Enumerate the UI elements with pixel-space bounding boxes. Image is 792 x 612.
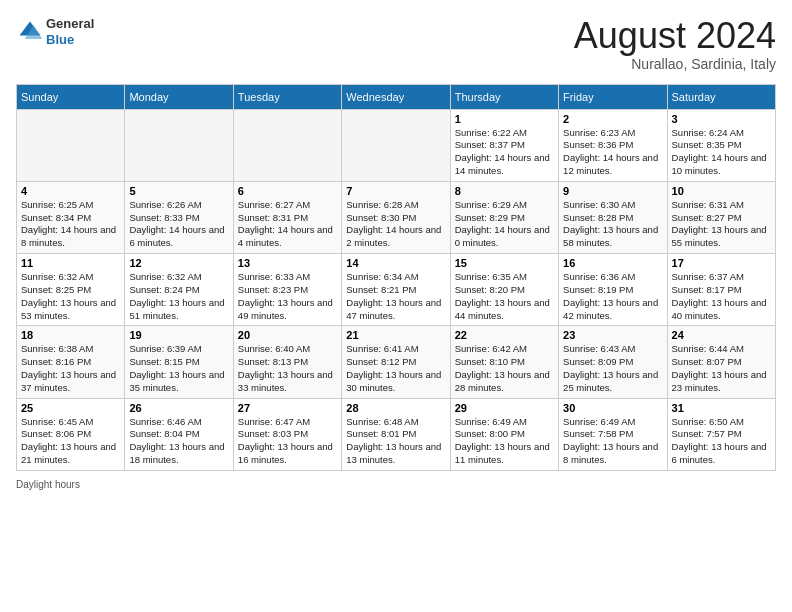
day-info: Sunrise: 6:43 AM Sunset: 8:09 PM Dayligh…	[563, 343, 662, 394]
day-number: 21	[346, 329, 445, 341]
day-info: Sunrise: 6:31 AM Sunset: 8:27 PM Dayligh…	[672, 199, 771, 250]
day-info: Sunrise: 6:49 AM Sunset: 8:00 PM Dayligh…	[455, 416, 554, 467]
day-number: 20	[238, 329, 337, 341]
day-number: 8	[455, 185, 554, 197]
calendar-day-cell: 3Sunrise: 6:24 AM Sunset: 8:35 PM Daylig…	[667, 109, 775, 181]
page-header: General Blue August 2024 Nurallao, Sardi…	[16, 16, 776, 72]
day-number: 7	[346, 185, 445, 197]
day-info: Sunrise: 6:47 AM Sunset: 8:03 PM Dayligh…	[238, 416, 337, 467]
title-block: August 2024 Nurallao, Sardinia, Italy	[574, 16, 776, 72]
weekday-header-cell: Saturday	[667, 84, 775, 109]
calendar-day-cell: 31Sunrise: 6:50 AM Sunset: 7:57 PM Dayli…	[667, 398, 775, 470]
calendar-day-cell: 21Sunrise: 6:41 AM Sunset: 8:12 PM Dayli…	[342, 326, 450, 398]
day-number: 15	[455, 257, 554, 269]
day-number: 17	[672, 257, 771, 269]
day-info: Sunrise: 6:42 AM Sunset: 8:10 PM Dayligh…	[455, 343, 554, 394]
day-info: Sunrise: 6:25 AM Sunset: 8:34 PM Dayligh…	[21, 199, 120, 250]
day-info: Sunrise: 6:36 AM Sunset: 8:19 PM Dayligh…	[563, 271, 662, 322]
calendar-week-row: 1Sunrise: 6:22 AM Sunset: 8:37 PM Daylig…	[17, 109, 776, 181]
calendar-day-cell: 30Sunrise: 6:49 AM Sunset: 7:58 PM Dayli…	[559, 398, 667, 470]
day-number: 16	[563, 257, 662, 269]
calendar-day-cell: 24Sunrise: 6:44 AM Sunset: 8:07 PM Dayli…	[667, 326, 775, 398]
logo-icon	[16, 18, 44, 46]
weekday-header-row: SundayMondayTuesdayWednesdayThursdayFrid…	[17, 84, 776, 109]
day-info: Sunrise: 6:34 AM Sunset: 8:21 PM Dayligh…	[346, 271, 445, 322]
day-info: Sunrise: 6:38 AM Sunset: 8:16 PM Dayligh…	[21, 343, 120, 394]
calendar-day-cell: 23Sunrise: 6:43 AM Sunset: 8:09 PM Dayli…	[559, 326, 667, 398]
day-number: 18	[21, 329, 120, 341]
day-number: 29	[455, 402, 554, 414]
day-info: Sunrise: 6:32 AM Sunset: 8:24 PM Dayligh…	[129, 271, 228, 322]
calendar-day-cell: 15Sunrise: 6:35 AM Sunset: 8:20 PM Dayli…	[450, 254, 558, 326]
calendar-day-cell: 18Sunrise: 6:38 AM Sunset: 8:16 PM Dayli…	[17, 326, 125, 398]
day-info: Sunrise: 6:29 AM Sunset: 8:29 PM Dayligh…	[455, 199, 554, 250]
calendar-day-cell	[233, 109, 341, 181]
calendar-day-cell	[125, 109, 233, 181]
calendar-day-cell: 20Sunrise: 6:40 AM Sunset: 8:13 PM Dayli…	[233, 326, 341, 398]
calendar-day-cell: 27Sunrise: 6:47 AM Sunset: 8:03 PM Dayli…	[233, 398, 341, 470]
day-number: 26	[129, 402, 228, 414]
weekday-header-cell: Tuesday	[233, 84, 341, 109]
day-info: Sunrise: 6:26 AM Sunset: 8:33 PM Dayligh…	[129, 199, 228, 250]
calendar-body: 1Sunrise: 6:22 AM Sunset: 8:37 PM Daylig…	[17, 109, 776, 470]
month-year-title: August 2024	[574, 16, 776, 56]
calendar-day-cell: 26Sunrise: 6:46 AM Sunset: 8:04 PM Dayli…	[125, 398, 233, 470]
footer-note: Daylight hours	[16, 479, 776, 490]
calendar-day-cell: 5Sunrise: 6:26 AM Sunset: 8:33 PM Daylig…	[125, 181, 233, 253]
day-number: 23	[563, 329, 662, 341]
day-info: Sunrise: 6:40 AM Sunset: 8:13 PM Dayligh…	[238, 343, 337, 394]
calendar-table: SundayMondayTuesdayWednesdayThursdayFrid…	[16, 84, 776, 471]
weekday-header-cell: Thursday	[450, 84, 558, 109]
daylight-label: Daylight hours	[16, 479, 80, 490]
day-number: 2	[563, 113, 662, 125]
day-number: 13	[238, 257, 337, 269]
logo: General Blue	[16, 16, 94, 47]
calendar-day-cell: 12Sunrise: 6:32 AM Sunset: 8:24 PM Dayli…	[125, 254, 233, 326]
calendar-day-cell: 22Sunrise: 6:42 AM Sunset: 8:10 PM Dayli…	[450, 326, 558, 398]
day-info: Sunrise: 6:23 AM Sunset: 8:36 PM Dayligh…	[563, 127, 662, 178]
day-number: 11	[21, 257, 120, 269]
day-info: Sunrise: 6:49 AM Sunset: 7:58 PM Dayligh…	[563, 416, 662, 467]
logo-text: General Blue	[46, 16, 94, 47]
day-number: 14	[346, 257, 445, 269]
calendar-day-cell: 19Sunrise: 6:39 AM Sunset: 8:15 PM Dayli…	[125, 326, 233, 398]
day-info: Sunrise: 6:22 AM Sunset: 8:37 PM Dayligh…	[455, 127, 554, 178]
calendar-day-cell: 16Sunrise: 6:36 AM Sunset: 8:19 PM Dayli…	[559, 254, 667, 326]
calendar-day-cell: 10Sunrise: 6:31 AM Sunset: 8:27 PM Dayli…	[667, 181, 775, 253]
day-number: 30	[563, 402, 662, 414]
day-number: 4	[21, 185, 120, 197]
day-info: Sunrise: 6:50 AM Sunset: 7:57 PM Dayligh…	[672, 416, 771, 467]
calendar-day-cell: 17Sunrise: 6:37 AM Sunset: 8:17 PM Dayli…	[667, 254, 775, 326]
day-number: 24	[672, 329, 771, 341]
day-info: Sunrise: 6:45 AM Sunset: 8:06 PM Dayligh…	[21, 416, 120, 467]
day-info: Sunrise: 6:32 AM Sunset: 8:25 PM Dayligh…	[21, 271, 120, 322]
day-number: 10	[672, 185, 771, 197]
location-subtitle: Nurallao, Sardinia, Italy	[574, 56, 776, 72]
calendar-day-cell	[17, 109, 125, 181]
day-info: Sunrise: 6:37 AM Sunset: 8:17 PM Dayligh…	[672, 271, 771, 322]
calendar-day-cell: 6Sunrise: 6:27 AM Sunset: 8:31 PM Daylig…	[233, 181, 341, 253]
calendar-day-cell: 9Sunrise: 6:30 AM Sunset: 8:28 PM Daylig…	[559, 181, 667, 253]
calendar-day-cell	[342, 109, 450, 181]
day-number: 3	[672, 113, 771, 125]
day-info: Sunrise: 6:41 AM Sunset: 8:12 PM Dayligh…	[346, 343, 445, 394]
day-number: 31	[672, 402, 771, 414]
day-number: 27	[238, 402, 337, 414]
calendar-day-cell: 1Sunrise: 6:22 AM Sunset: 8:37 PM Daylig…	[450, 109, 558, 181]
day-info: Sunrise: 6:28 AM Sunset: 8:30 PM Dayligh…	[346, 199, 445, 250]
calendar-day-cell: 7Sunrise: 6:28 AM Sunset: 8:30 PM Daylig…	[342, 181, 450, 253]
day-info: Sunrise: 6:27 AM Sunset: 8:31 PM Dayligh…	[238, 199, 337, 250]
day-number: 22	[455, 329, 554, 341]
calendar-day-cell: 4Sunrise: 6:25 AM Sunset: 8:34 PM Daylig…	[17, 181, 125, 253]
weekday-header-cell: Friday	[559, 84, 667, 109]
day-info: Sunrise: 6:46 AM Sunset: 8:04 PM Dayligh…	[129, 416, 228, 467]
day-info: Sunrise: 6:35 AM Sunset: 8:20 PM Dayligh…	[455, 271, 554, 322]
day-info: Sunrise: 6:44 AM Sunset: 8:07 PM Dayligh…	[672, 343, 771, 394]
calendar-week-row: 25Sunrise: 6:45 AM Sunset: 8:06 PM Dayli…	[17, 398, 776, 470]
day-number: 25	[21, 402, 120, 414]
calendar-day-cell: 25Sunrise: 6:45 AM Sunset: 8:06 PM Dayli…	[17, 398, 125, 470]
day-info: Sunrise: 6:39 AM Sunset: 8:15 PM Dayligh…	[129, 343, 228, 394]
calendar-week-row: 18Sunrise: 6:38 AM Sunset: 8:16 PM Dayli…	[17, 326, 776, 398]
calendar-day-cell: 2Sunrise: 6:23 AM Sunset: 8:36 PM Daylig…	[559, 109, 667, 181]
day-number: 1	[455, 113, 554, 125]
